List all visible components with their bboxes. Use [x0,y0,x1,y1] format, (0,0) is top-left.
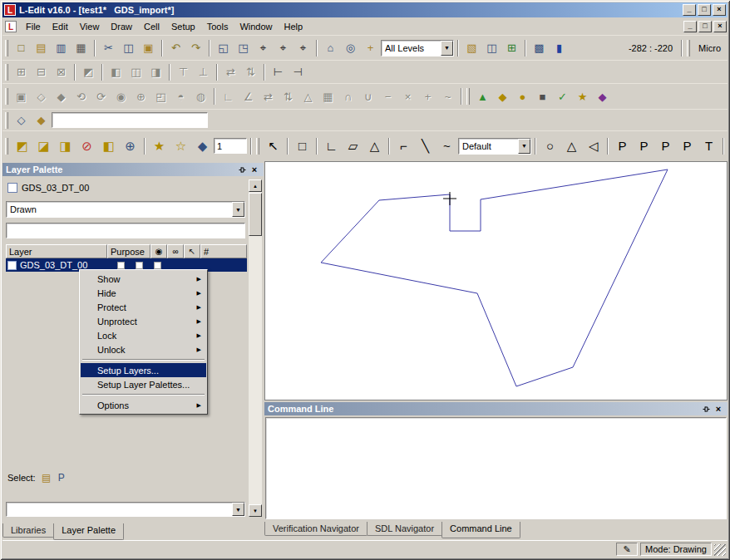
save-file-icon[interactable]: ▥ [52,39,71,57]
context-menu-item-protect[interactable]: Protect▶ [81,300,206,314]
new-file-icon[interactable]: □ [12,39,31,57]
polygon-any-tool-icon[interactable]: △ [364,135,385,156]
toolbar-grip[interactable] [466,88,470,105]
undo-icon[interactable]: ↶ [166,39,185,57]
layer-palette-scrollbar[interactable]: ▲ ▼ [249,179,262,517]
pointer-icon[interactable]: ↖ [184,244,200,258]
deselect-all-icon[interactable]: ⊘ [76,135,97,156]
cut-icon[interactable]: ✂ [99,39,118,57]
expand-net-icon[interactable]: ☆ [170,135,191,156]
grid-snap-icon[interactable]: ⊕ [120,135,141,156]
context-menu-item-lock[interactable]: Lock▶ [81,328,206,342]
text-tool-icon[interactable]: T [698,135,719,156]
ungroup-icon[interactable]: ⊟ [32,63,51,81]
menu-setup[interactable]: Setup [165,19,201,34]
toolbar-grip[interactable] [5,88,8,105]
to-front-icon[interactable]: ◩ [79,63,98,81]
wire-45-tool-icon[interactable]: ╲ [415,135,436,156]
find-icon[interactable]: ⌖ [254,39,273,57]
close-icon[interactable]: × [713,404,724,415]
select-layer-icon[interactable]: ▤ [39,471,54,484]
design-navigator-icon[interactable]: ▩ [530,39,549,57]
port-box-tool-icon[interactable]: P [655,135,676,156]
dropdown-arrow-icon[interactable]: ▼ [232,503,244,516]
stretch-icon[interactable]: ◰ [151,87,170,106]
boolean-or-icon[interactable]: ∪ [358,87,377,106]
tab-layer-palette[interactable]: Layer Palette [53,523,124,540]
pin-icon[interactable] [700,404,712,415]
rotate-90-icon[interactable]: ∟ [219,87,238,106]
cross-section-icon[interactable]: ⊞ [502,39,521,57]
layer-list-combo[interactable]: ▼ [6,502,245,517]
menu-tools[interactable]: Tools [201,19,234,34]
layer-palette-header[interactable]: Layer Palette × [2,163,264,176]
polygon-45-tool-icon[interactable]: ▱ [343,135,363,156]
minimize-button[interactable]: _ [683,4,696,16]
mouse-snap-icon[interactable]: ◧ [98,135,119,156]
menu-file[interactable]: File [20,19,47,34]
edit-objects-icon[interactable]: ▣ [12,87,31,106]
column-header-number[interactable]: # [200,244,247,258]
mdi-close-button[interactable]: × [713,21,727,32]
wire-any-tool-icon[interactable]: ~ [437,135,457,156]
print-icon[interactable]: ▦ [72,39,91,57]
boolean-subtract-icon[interactable]: − [378,87,397,106]
toolbar-grip[interactable] [5,138,8,155]
context-menu-item-options[interactable]: Options▶ [81,398,206,412]
layout-canvas[interactable] [264,161,728,400]
find-next-icon[interactable]: ⌖ [274,39,293,57]
merge-icon[interactable]: ◍ [191,87,210,106]
layer-filter-input[interactable] [6,223,245,238]
redo-icon[interactable]: ↷ [186,39,205,57]
scrollbar-thumb[interactable] [249,193,262,236]
dropdown-arrow-icon[interactable]: ▼ [518,139,530,154]
group-icon[interactable]: ⊞ [12,63,31,81]
boolean-xor-icon[interactable]: × [398,87,417,106]
align-left-icon[interactable]: ◧ [106,63,126,81]
zoom-tool-icon[interactable]: ◎ [341,39,360,57]
layer-swatch[interactable] [7,261,17,270]
instance-cell-icon[interactable]: ◫ [482,39,501,57]
menu-help[interactable]: Help [279,19,309,34]
sdl-delete-icon[interactable]: ■ [533,87,552,106]
select-pointer-2-icon[interactable]: ◪ [33,135,54,156]
sdl-add-icon[interactable]: ▲ [473,87,492,106]
command-line-header[interactable]: Command Line × [264,402,728,415]
resize-grip[interactable] [714,544,726,556]
port-line-tool-icon[interactable]: P [634,135,654,156]
boolean-and-icon[interactable]: ∩ [338,87,358,106]
align-center-icon[interactable]: ◫ [126,63,146,81]
sdl-route-icon[interactable]: ● [513,87,532,106]
distribute-horizontal-icon[interactable]: ⇄ [221,63,240,81]
add-vertex-icon[interactable]: ◇ [32,87,51,106]
default-style-combo[interactable]: Default▼ [458,138,531,155]
tab-libraries[interactable]: Libraries [2,523,54,538]
sdl-check-icon[interactable]: ✓ [553,87,572,106]
move-by-icon[interactable]: ⊕ [131,87,150,106]
polygon-90-tool-icon[interactable]: ∟ [321,135,342,156]
layer-select-checkbox[interactable] [154,262,161,269]
circle-tool-icon[interactable]: ○ [540,135,560,156]
context-menu-item-unprotect[interactable]: Unprotect▶ [81,314,206,328]
levels-combo[interactable]: All Levels▼ [381,40,454,56]
lock-icon[interactable]: ◉ [150,244,167,258]
context-menu-item-setup-layers-[interactable]: Setup Layers... [81,363,206,377]
tab-command-line[interactable]: Command Line [441,522,520,538]
rotate-ccw-icon[interactable]: ⟲ [72,87,91,106]
mark-coordinate-icon[interactable]: ◆ [32,111,51,130]
goto-icon[interactable]: ⌖ [293,39,313,57]
select-port-icon[interactable]: P [54,471,69,484]
scroll-up-icon[interactable]: ▲ [249,179,262,192]
mdi-minimize-button[interactable]: _ [683,21,697,32]
dropdown-arrow-icon[interactable]: ▼ [441,41,453,56]
purpose-combo[interactable]: Drawn ▼ [6,201,245,218]
copy-icon[interactable]: ◫ [119,39,138,57]
wire-90-tool-icon[interactable]: ⌐ [393,135,414,156]
slice-icon[interactable]: ◓ [171,87,190,106]
column-header-purpose[interactable]: Purpose [107,244,150,258]
open-file-icon[interactable]: ▤ [32,39,51,57]
layout-polygon[interactable] [321,169,668,386]
regroup-icon[interactable]: ⊠ [52,63,71,81]
menu-window[interactable]: Window [234,19,278,34]
paste-icon[interactable]: ▣ [139,39,158,57]
